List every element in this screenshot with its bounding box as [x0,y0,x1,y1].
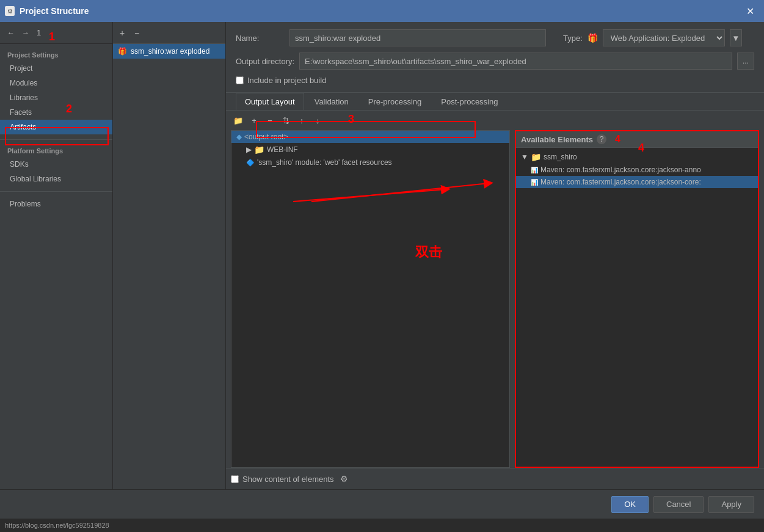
avail-item-ssm-shiro[interactable]: ▼ 📁 ssm_shiro [516,150,758,164]
status-bar: https://blog.csdn.net/lgc592519828 [0,519,764,532]
type-label: Type: [563,34,583,43]
available-help-button[interactable]: ? [597,134,606,144]
include-label: Include in project build [247,76,326,85]
platform-settings-label: Platform Settings [0,145,112,157]
include-in-build-checkbox[interactable] [236,76,244,84]
output-remove-button[interactable]: − [263,113,277,128]
output-tree-panel: ◆ <output root> ▶ 📁 WEB-INF [231,130,510,468]
tree-item-module-resources[interactable]: 🔷 'ssm_shiro' module: 'web' facet resour… [231,156,509,169]
sidebar-nav: Project Settings Project Modules Librari… [0,44,112,216]
add-artifact-button[interactable]: + [115,26,129,40]
status-url: https://blog.csdn.net/lgc592519828 [5,522,109,529]
avail-item-jackson-core[interactable]: 📊 Maven: com.fasterxml.jackson.core:jack… [516,176,758,188]
show-content-settings-button[interactable]: ⚙ [338,472,351,486]
tab-output-layout[interactable]: Output Layout [236,93,304,110]
output-dir-row: Output directory: ... [236,53,754,70]
available-elements-panel: Available Elements ? 4 ▼ 📁 ssm_shi [515,130,759,468]
artifacts-toolbar: + − [113,22,225,44]
output-root-label: <output root> [244,133,288,141]
sidebar-item-artifacts[interactable]: Artifacts [0,120,112,134]
close-button[interactable]: ✕ [741,3,759,20]
sidebar-item-problems[interactable]: Problems [0,197,112,211]
output-split: ◆ <output root> ▶ 📁 WEB-INF [231,130,759,468]
module-resources-icon: 🔷 [246,159,255,167]
main-panel: Name: Type: 🎁 Web Application: Exploded … [226,22,764,489]
expand-button[interactable]: 📁 [231,113,246,128]
type-select[interactable]: Web Application: Exploded [603,29,725,46]
available-elements-header: Available Elements ? 4 [516,131,758,148]
project-settings-label: Project Settings [0,49,112,61]
move-up-button[interactable]: ↑ [294,113,309,128]
title-bar-icon: ⚙ [5,6,15,16]
ok-button[interactable]: OK [611,496,649,513]
sidebar: ← → 1 Project Settings Project Modules L… [0,22,113,489]
browse-button[interactable]: ... [737,53,754,70]
available-elements-title: Available Elements [521,135,593,144]
type-area: Type: 🎁 Web Application: Exploded ▼ [563,29,742,46]
include-checkbox-row: Include in project build [236,76,754,85]
sidebar-item-modules[interactable]: Modules [0,76,112,90]
sidebar-item-sdks[interactable]: SDKs [0,157,112,172]
sort-button[interactable]: ⇅ [278,113,293,128]
show-content-checkbox[interactable] [231,475,239,483]
step-1-label: 1 [37,28,41,37]
ssm-shiro-label: ssm_shiro [544,153,577,161]
tree-item-web-inf[interactable]: ▶ 📁 WEB-INF [231,143,509,156]
sidebar-item-global-libraries[interactable]: Global Libraries [0,172,112,186]
web-inf-arrow: ▶ [246,145,252,154]
available-elements-tree: ▼ 📁 ssm_shiro 📊 Maven: com.fasterxml.jac… [516,148,758,467]
avail-item-jackson-anno[interactable]: 📊 Maven: com.fasterxml.jackson.core:jack… [516,164,758,176]
output-root-icon: ◆ [236,133,242,141]
title-bar: ⚙ Project Structure ✕ [0,0,764,22]
output-dir-input[interactable] [299,53,732,70]
title-bar-title: Project Structure [20,6,89,16]
name-input[interactable] [289,29,546,46]
web-inf-label: WEB-INF [267,145,298,154]
bottom-section: Show content of elements ⚙ [226,468,764,489]
output-add-button[interactable]: + [247,113,261,128]
step-4-annotation: 4 [615,134,620,145]
tab-post-processing[interactable]: Post-processing [432,93,507,110]
form-section: Name: Type: 🎁 Web Application: Exploded … [226,22,764,93]
tabs-bar: Output Layout Validation Pre-processing … [226,93,764,111]
jackson-anno-label: Maven: com.fasterxml.jackson.core:jackso… [540,166,701,174]
artifacts-sidebar: + − 🎁 ssm_shiro:war exploded [113,22,226,489]
web-inf-folder-icon: 📁 [254,145,264,155]
name-label: Name: [236,34,285,43]
apply-button[interactable]: Apply [708,496,754,513]
tree-item-output-root[interactable]: ◆ <output root> [231,131,509,143]
sidebar-item-project[interactable]: Project [0,61,112,76]
module-resources-label: 'ssm_shiro' module: 'web' facet resource… [257,158,392,167]
show-content-label: Show content of elements [242,475,334,484]
back-button[interactable]: ← [5,27,17,38]
output-layout-toolbar: 📁 + − ⇅ ↑ ↓ [231,111,759,130]
tab-validation[interactable]: Validation [305,93,358,110]
remove-artifact-button[interactable]: − [130,26,144,40]
dialog-footer: OK Cancel Apply [0,489,764,519]
artifact-item[interactable]: 🎁 ssm_shiro:war exploded [113,44,225,59]
move-down-button[interactable]: ↓ [310,113,325,128]
type-icon: 🎁 [588,33,598,43]
ssm-shiro-arrow: ▼ [521,153,528,161]
output-dir-label: Output directory: [236,57,294,66]
output-layout-area: 📁 + − ⇅ ↑ ↓ [226,111,764,468]
cancel-button[interactable]: Cancel [653,496,704,513]
tab-pre-processing[interactable]: Pre-processing [359,93,431,110]
artifact-label: ssm_shiro:war exploded [131,47,209,56]
maven-icon-1: 📊 [531,167,538,173]
artifact-icon: 🎁 [118,47,127,56]
name-type-row: Name: Type: 🎁 Web Application: Exploded … [236,29,754,46]
sidebar-item-facets[interactable]: Facets [0,105,112,120]
maven-icon-2: 📊 [531,179,538,186]
sidebar-item-libraries[interactable]: Libraries [0,90,112,105]
type-dropdown-button[interactable]: ▼ [730,29,742,46]
jackson-core-label: Maven: com.fasterxml.jackson.core:jackso… [540,178,701,186]
ssm-shiro-folder-icon: 📁 [531,152,541,162]
sidebar-toolbar: ← → 1 [0,22,112,44]
forward-button[interactable]: → [20,27,32,38]
